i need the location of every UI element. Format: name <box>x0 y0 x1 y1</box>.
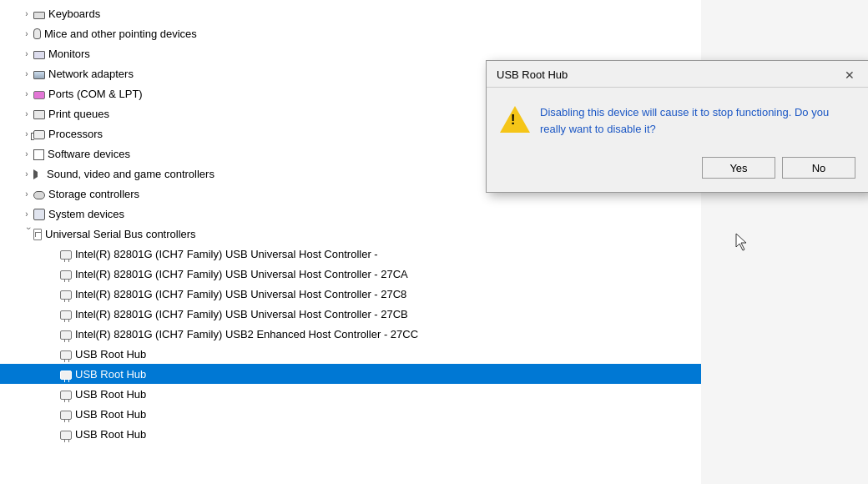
tree-item-usb-root5[interactable]: › USB Root Hub <box>0 424 701 444</box>
software-icon <box>33 149 44 160</box>
tree-item-usb-host4[interactable]: › Intel(R) 82801G (ICH7 Family) USB Univ… <box>0 304 701 324</box>
tree-item-keyboards[interactable]: › Keyboards <box>0 3 701 23</box>
tree-item-label: Network adapters <box>48 68 134 80</box>
usb-host-icon <box>60 310 72 320</box>
tree-item-label: Intel(R) 82801G (ICH7 Family) USB Univer… <box>75 308 408 320</box>
svg-marker-0 <box>736 234 746 250</box>
tree-item-system[interactable]: › System devices <box>0 204 701 224</box>
chevron-icon: › <box>20 67 33 80</box>
tree-item-usb-root1[interactable]: › USB Root Hub <box>0 344 701 364</box>
usb-root-hub-icon <box>60 431 72 440</box>
usb-root-hub-icon <box>60 391 72 400</box>
tree-item-usb-controllers[interactable]: › Universal Serial Bus controllers <box>0 224 701 244</box>
usb-root-hub-selected-icon <box>60 371 72 380</box>
dialog-footer: Yes No <box>487 150 868 192</box>
tree-item-label: Intel(R) 82801G (ICH7 Family) USB2 Enhan… <box>75 328 418 340</box>
tree-item-label: Intel(R) 82801G (ICH7 Family) USB Univer… <box>75 248 378 260</box>
chevron-icon: › <box>20 167 33 180</box>
tree-item-label: System devices <box>48 208 124 220</box>
usb-controller-icon <box>33 229 42 240</box>
tree-item-label: Software devices <box>48 148 130 160</box>
usb-host-icon <box>60 250 72 260</box>
dialog-titlebar: USB Root Hub ✕ <box>487 61 868 88</box>
no-button[interactable]: No <box>782 157 855 179</box>
tree-item-label: USB Root Hub <box>75 348 146 360</box>
chevron-icon: › <box>20 7 33 20</box>
tree-item-label: USB Root Hub <box>75 368 146 381</box>
tree-item-label: Print queues <box>48 108 109 120</box>
chevron-icon: › <box>20 87 33 100</box>
usb-enhanced-host-icon <box>60 330 72 340</box>
tree-item-usb-root4[interactable]: › USB Root Hub <box>0 404 701 424</box>
tree-item-usb-host2[interactable]: › Intel(R) 82801G (ICH7 Family) USB Univ… <box>0 264 701 284</box>
usb-root-hub-icon <box>60 350 72 360</box>
tree-item-label: USB Root Hub <box>75 428 146 441</box>
print-icon <box>33 110 45 119</box>
tree-item-label: Storage controllers <box>48 188 139 200</box>
usb-host-icon <box>60 290 72 300</box>
chevron-icon: › <box>20 47 33 60</box>
yes-button[interactable]: Yes <box>702 157 775 179</box>
tree-item-label: Universal Serial Bus controllers <box>45 228 196 240</box>
tree-item-usb-host1[interactable]: › Intel(R) 82801G (ICH7 Family) USB Univ… <box>0 244 701 264</box>
network-icon <box>33 71 45 79</box>
chevron-icon: › <box>20 187 33 200</box>
chevron-expanded-icon: › <box>20 227 33 240</box>
tree-item-label: USB Root Hub <box>75 408 146 421</box>
tree-item-label: USB Root Hub <box>75 388 146 401</box>
tree-item-label: Monitors <box>48 48 90 60</box>
mouse-cursor <box>734 232 751 256</box>
warning-triangle <box>500 106 530 133</box>
tree-item-usb-root3[interactable]: › USB Root Hub <box>0 384 701 404</box>
warning-icon <box>500 104 530 134</box>
tree-item-usb-host3[interactable]: › Intel(R) 82801G (ICH7 Family) USB Univ… <box>0 284 701 304</box>
usb-root-hub-icon <box>60 411 72 420</box>
dialog-title: USB Root Hub <box>497 68 568 81</box>
tree-item-usb-root2-selected[interactable]: › USB Root Hub <box>0 364 701 384</box>
system-icon <box>33 209 45 220</box>
tree-item-label: Processors <box>48 128 103 140</box>
tree-item-label: Sound, video and game controllers <box>47 168 214 180</box>
sound-icon <box>33 169 43 179</box>
tree-item-label: Ports (COM & LPT) <box>48 88 143 100</box>
tree-item-label: Intel(R) 82801G (ICH7 Family) USB Univer… <box>75 268 408 280</box>
usb-disable-dialog: USB Root Hub ✕ Disabling this device wil… <box>486 60 868 193</box>
monitor-icon <box>33 51 45 59</box>
tree-item-label: Mice and other pointing devices <box>44 28 197 40</box>
chevron-icon: › <box>20 147 33 160</box>
tree-item-label: Keyboards <box>48 8 100 20</box>
dialog-body: Disabling this device will cause it to s… <box>487 88 868 150</box>
mouse-icon <box>33 28 41 39</box>
device-manager-window: › Keyboards › Mice and other pointing de… <box>0 0 868 484</box>
ports-icon <box>33 91 45 99</box>
chevron-icon: › <box>20 107 33 120</box>
chevron-icon: › <box>20 207 33 220</box>
tree-item-mice[interactable]: › Mice and other pointing devices <box>0 23 701 43</box>
keyboard-icon <box>33 12 45 19</box>
storage-icon <box>33 191 45 199</box>
chevron-icon: › <box>20 27 33 40</box>
tree-item-usb-host5[interactable]: › Intel(R) 82801G (ICH7 Family) USB2 Enh… <box>0 324 701 344</box>
tree-item-label: Intel(R) 82801G (ICH7 Family) USB Univer… <box>75 288 406 300</box>
dialog-message: Disabling this device will cause it to s… <box>540 104 855 137</box>
processor-icon <box>33 130 45 139</box>
usb-host-icon <box>60 270 72 280</box>
dialog-close-button[interactable]: ✕ <box>840 66 859 84</box>
